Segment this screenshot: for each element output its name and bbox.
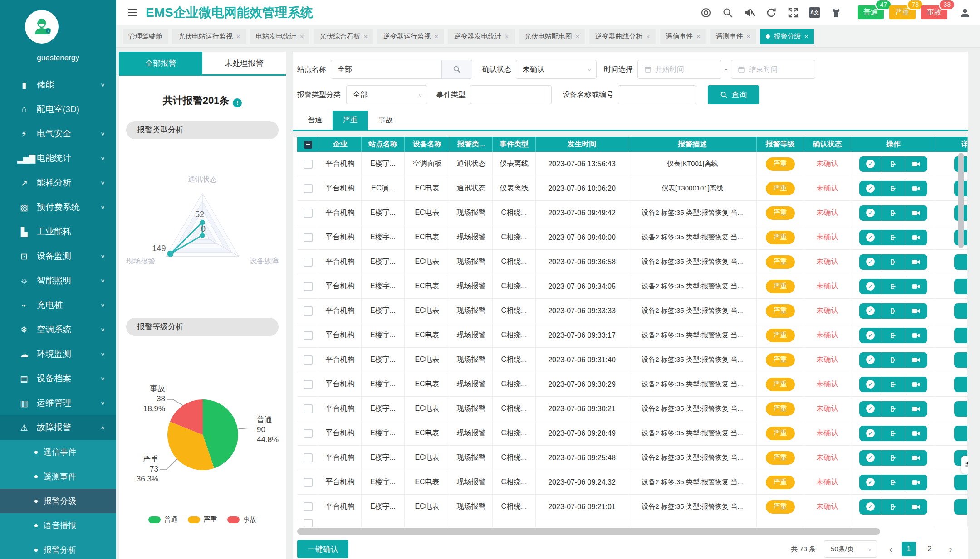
detail-button[interactable] (954, 475, 968, 490)
forward-button[interactable] (882, 156, 904, 172)
sidebar-subitem-遥信事件[interactable]: 遥信事件 (0, 440, 116, 464)
close-icon[interactable]: × (435, 33, 438, 40)
tab-报警分级[interactable]: 报警分级× (760, 29, 814, 44)
detail-button[interactable] (954, 352, 968, 368)
sidebar-subitem-报警分析[interactable]: 报警分析 (0, 538, 116, 559)
tab-光伏电站运行监视[interactable]: 光伏电站运行监视× (172, 29, 246, 44)
menu-collapse-icon[interactable] (128, 9, 137, 16)
row-checkbox[interactable] (304, 519, 313, 527)
detail-button[interactable] (954, 401, 968, 417)
legend-item-事故[interactable]: 事故 (227, 515, 257, 524)
row-checkbox[interactable] (304, 429, 313, 438)
end-time-input[interactable]: 结束时间 (731, 60, 815, 79)
fullscreen-icon[interactable] (787, 7, 799, 19)
confirm-button[interactable]: ✓ (859, 328, 882, 343)
video-button[interactable] (905, 156, 927, 172)
subtab-严重[interactable]: 严重 (333, 111, 368, 130)
site-name-input[interactable]: 全部 (331, 60, 472, 79)
confirm-button[interactable]: ✓ (859, 205, 882, 221)
page-1[interactable]: 1 (902, 542, 916, 556)
start-time-input[interactable]: 开始时间 (637, 60, 721, 79)
detail-button[interactable] (954, 377, 968, 392)
forward-button[interactable] (882, 401, 904, 417)
alarm-type-select[interactable]: 全部 ∨ (346, 85, 427, 104)
tab-遥测事件[interactable]: 遥测事件× (710, 29, 756, 44)
confirm-button[interactable]: ✓ (859, 230, 882, 245)
confirm-button[interactable]: ✓ (859, 303, 882, 319)
close-icon[interactable]: × (647, 33, 650, 40)
detail-button[interactable] (954, 279, 968, 294)
close-icon[interactable]: × (300, 33, 304, 40)
close-icon[interactable]: × (505, 33, 509, 40)
video-button[interactable] (905, 377, 927, 392)
tab-管理驾驶舱[interactable]: 管理驾驶舱 (122, 29, 168, 44)
forward-button[interactable] (882, 475, 904, 490)
confirm-button[interactable]: ✓ (859, 254, 882, 270)
page-size-select[interactable]: 50条/页 ∨ (824, 540, 877, 558)
translate-icon[interactable]: A文 (809, 7, 820, 18)
confirm-all-button[interactable]: 一键确认 (297, 540, 348, 558)
sidebar-subitem-遥测事件[interactable]: 遥测事件 (0, 464, 116, 489)
alarm-badge-普通[interactable]: 普通47 (858, 5, 884, 19)
forward-button[interactable] (882, 254, 904, 270)
forward-button[interactable] (882, 426, 904, 441)
confirm-button[interactable]: ✓ (859, 401, 882, 417)
forward-button[interactable] (882, 205, 904, 221)
user-icon[interactable] (959, 7, 971, 19)
tab-光伏电站配电图[interactable]: 光伏电站配电图× (519, 29, 585, 44)
horizontal-scrollbar-thumb[interactable] (297, 528, 880, 535)
sidebar-item-配电室(3D)[interactable]: ⌂配电室(3D) (0, 97, 116, 122)
info-icon[interactable]: ! (233, 98, 242, 107)
voice-mute-icon[interactable] (744, 7, 755, 19)
sidebar-item-充电桩[interactable]: ⌁充电桩∨ (0, 293, 116, 317)
video-button[interactable] (905, 230, 927, 245)
confirm-button[interactable]: ✓ (859, 352, 882, 368)
avatar[interactable] (25, 10, 59, 44)
sidebar-item-设备档案[interactable]: ▤设备档案∨ (0, 366, 116, 391)
row-checkbox[interactable] (304, 478, 313, 487)
detail-button[interactable] (954, 499, 968, 515)
confirm-button[interactable]: ✓ (859, 450, 882, 466)
sidebar-item-智能照明[interactable]: ☼智能照明∨ (0, 268, 116, 293)
confirm-button[interactable]: ✓ (859, 499, 882, 515)
close-icon[interactable]: × (804, 33, 808, 40)
tab-遥信事件[interactable]: 遥信事件× (660, 29, 706, 44)
video-button[interactable] (905, 181, 927, 196)
sidebar-item-故障报警[interactable]: ⚠故障报警∧ (0, 415, 116, 440)
close-icon[interactable]: × (747, 33, 750, 40)
legend-item-普通[interactable]: 普通 (148, 515, 178, 524)
row-checkbox[interactable] (304, 233, 313, 242)
confirm-button[interactable]: ✓ (859, 279, 882, 294)
video-button[interactable] (905, 328, 927, 343)
event-type-input[interactable] (470, 85, 552, 104)
tab-逆变器运行监视[interactable]: 逆变器运行监视× (377, 29, 444, 44)
confirm-status-select[interactable]: 未确认 ∨ (516, 60, 597, 79)
vertical-scrollbar-thumb[interactable] (958, 153, 964, 248)
sidebar-item-能耗分析[interactable]: ↗能耗分析∨ (0, 170, 116, 195)
video-button[interactable] (905, 401, 927, 417)
confirm-button[interactable]: ✓ (859, 377, 882, 392)
row-checkbox[interactable] (304, 380, 313, 389)
row-checkbox[interactable] (304, 331, 313, 340)
tab-unhandled-alarms[interactable]: 未处理报警 (202, 52, 286, 74)
sidebar-item-空调系统[interactable]: ❄空调系统∨ (0, 317, 116, 342)
video-button[interactable] (905, 254, 927, 270)
confirm-button[interactable]: ✓ (859, 181, 882, 196)
row-checkbox[interactable] (304, 453, 313, 462)
sidebar-subitem-报警分级[interactable]: 报警分级 (0, 489, 116, 513)
video-button[interactable] (905, 499, 927, 515)
row-checkbox[interactable] (304, 160, 313, 169)
forward-button[interactable] (882, 230, 904, 245)
sidebar-item-电气安全[interactable]: ⚡电气安全∨ (0, 122, 116, 146)
sidebar-item-运维管理[interactable]: ▥运维管理∨ (0, 391, 116, 415)
video-button[interactable] (905, 450, 927, 466)
video-button[interactable] (905, 205, 927, 221)
sidebar-item-工业能耗[interactable]: ▙工业能耗 (0, 219, 116, 244)
next-page-button[interactable]: › (946, 544, 955, 554)
row-checkbox[interactable] (304, 184, 313, 193)
tab-光伏综合看板[interactable]: 光伏综合看板× (314, 29, 373, 44)
site-search-icon[interactable] (441, 60, 472, 78)
forward-button[interactable] (882, 377, 904, 392)
sidebar-item-储能[interactable]: ▮储能∨ (0, 73, 116, 97)
close-icon[interactable]: × (364, 33, 368, 40)
